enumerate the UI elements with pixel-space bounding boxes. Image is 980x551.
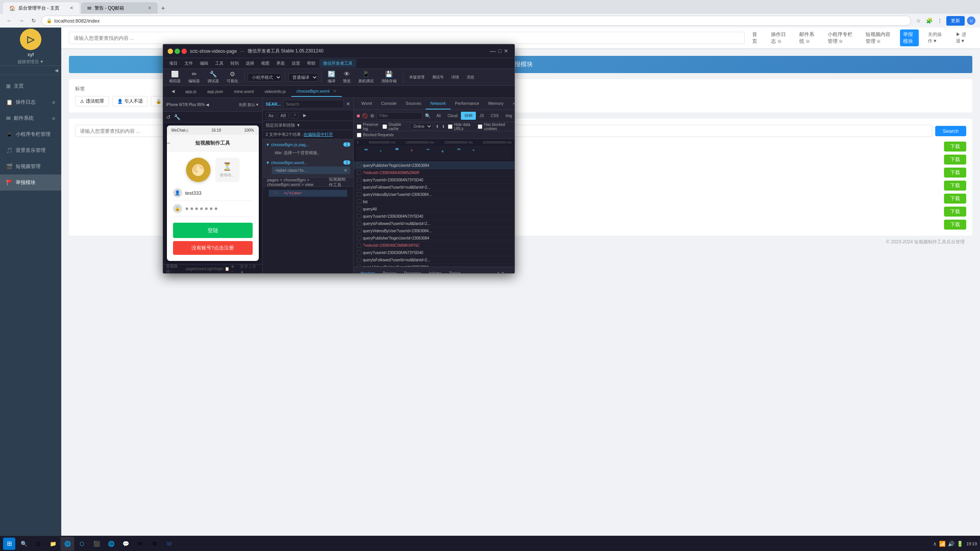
filter-expand-btn[interactable]: 指定目录和排除 ▼: [266, 122, 301, 128]
menu-help[interactable]: 帮助: [304, 59, 318, 68]
bookmark-button[interactable]: ☆: [914, 16, 923, 25]
net-clear-btn[interactable]: 🚫: [362, 112, 368, 120]
taskbar-start-button[interactable]: ⊞: [3, 538, 15, 550]
net-request-5[interactable]: queryVideosByUser?userId=23063084...: [354, 191, 514, 198]
wxml-search-close[interactable]: ✕: [346, 101, 350, 107]
phone-back-arrow[interactable]: ···: [167, 140, 170, 146]
version-manage-btn[interactable]: 本版管理: [406, 73, 428, 82]
menu-tools[interactable]: 工具: [212, 59, 227, 68]
download-btn-6[interactable]: 下载: [944, 207, 966, 217]
sim-tools-icon[interactable]: 🔧: [174, 114, 180, 120]
hide-data-urls-checkbox[interactable]: [448, 124, 452, 129]
wxml-search-input[interactable]: [283, 100, 344, 108]
wdt-tab-app-json[interactable]: app.json: [202, 87, 229, 97]
devtools-tab-sources[interactable]: Sources: [401, 98, 426, 109]
menu-settings[interactable]: 设置: [289, 59, 303, 68]
net-filter-css[interactable]: CSS: [487, 112, 502, 120]
details-btn[interactable]: 详情: [448, 73, 462, 82]
extension-button[interactable]: 🧩: [925, 16, 933, 25]
menu-edit[interactable]: 编辑: [197, 59, 211, 68]
net-filter-img[interactable]: Img: [502, 112, 514, 120]
settings-button[interactable]: ⋮: [936, 16, 944, 25]
sim-refresh-icon[interactable]: ↺: [166, 114, 171, 120]
sidebar-item-miniapp[interactable]: 📱 小程序专栏管理: [0, 126, 61, 142]
search-word-btn[interactable]: AB: [278, 112, 289, 119]
taskbar-item-edge[interactable]: 🌐: [60, 537, 74, 551]
wdt-title-minimize-icon[interactable]: —: [490, 48, 496, 55]
disable-cache-checkbox[interactable]: [382, 124, 387, 129]
detail-pagination-1[interactable]: 1: [497, 271, 500, 274]
net-request-7[interactable]: queryAll: [354, 205, 514, 213]
wdt-tab-left-arrow[interactable]: ◀: [166, 86, 180, 97]
taskbar-item-search[interactable]: 🔍: [17, 537, 31, 551]
mode-select[interactable]: 小程序模式: [248, 73, 282, 82]
compile-select[interactable]: 普通编译: [288, 73, 318, 82]
net-filter-cloud[interactable]: Cloud: [444, 112, 461, 120]
menu-view[interactable]: 视图: [258, 59, 273, 68]
detail-pagination-prev[interactable]: ‹: [494, 271, 496, 273]
download-btn-7[interactable]: 下载: [944, 220, 966, 230]
debugger-btn[interactable]: 🔧 调试器: [204, 69, 222, 85]
forward-button[interactable]: →: [17, 16, 26, 25]
back-button[interactable]: ←: [5, 16, 14, 25]
net-import-btn[interactable]: ⬆: [436, 124, 439, 129]
clear-storage-btn[interactable]: 💾 清除存储: [378, 69, 400, 85]
tray-icon-up[interactable]: ∧: [933, 541, 937, 547]
net-record-btn[interactable]: [357, 112, 360, 120]
network-filter-input[interactable]: [377, 112, 423, 120]
tab-1-close[interactable]: ✕: [70, 5, 74, 11]
wdt-tab-videoinfo-js[interactable]: videoInfo.js: [259, 87, 291, 97]
devtools-tab-performance[interactable]: Performance: [451, 98, 484, 109]
detail-pagination-next[interactable]: ›: [505, 271, 507, 273]
sidebar-collapse-icon[interactable]: ◀: [55, 68, 58, 73]
net-filter-xhr[interactable]: XHR: [461, 112, 476, 120]
copy-path-icon[interactable]: 📋: [225, 267, 229, 271]
net-request-8[interactable]: query?userId=23063084N73Y5D40: [354, 213, 514, 220]
net-export-btn[interactable]: ⬇: [442, 124, 445, 129]
menu-select[interactable]: 选择: [243, 59, 257, 68]
req-detail-tab-timing[interactable]: Timing: [445, 269, 464, 274]
sidebar-item-short-video[interactable]: 🎬 短视频管理: [0, 158, 61, 174]
menu-file[interactable]: 文件: [181, 59, 196, 68]
sidebar-item-home[interactable]: ⊞ 主页: [0, 78, 61, 94]
net-request-15[interactable]: queryVideosByUser?userId=23063084...: [354, 264, 514, 267]
tab-2[interactable]: ✉ 警告 - QQ邮箱 ✕: [81, 2, 158, 14]
menu-wechat-devtools[interactable]: 微信开发者工具: [319, 59, 356, 68]
wdt-title-restore-icon[interactable]: □: [498, 48, 501, 55]
simulator-btn[interactable]: ⬜ 模拟器: [166, 69, 184, 85]
download-btn-4[interactable]: 下载: [944, 181, 966, 191]
req-detail-tab-initiator[interactable]: Initiator: [425, 269, 445, 274]
tray-icon-battery[interactable]: 🔋: [957, 541, 963, 547]
phone-login-btn[interactable]: 登陆: [173, 223, 253, 238]
taskbar-item-task[interactable]: ⊡: [31, 537, 45, 551]
net-filter-btn[interactable]: ⚙: [370, 112, 374, 120]
refresh-button[interactable]: ↻: [29, 16, 38, 25]
net-request-1[interactable]: queryPublisher?loginUserId=23063084: [354, 162, 514, 169]
menu-interface[interactable]: 界面: [273, 59, 288, 68]
real-device-btn[interactable]: 📱 真机调试: [355, 69, 377, 85]
preserve-log-checkbox[interactable]: [357, 124, 361, 129]
wdt-tab-mine-wxml[interactable]: mine.wxml: [229, 87, 259, 97]
wdt-close-btn[interactable]: [181, 49, 187, 54]
url-bar[interactable]: 🔒 localhost:8082/index: [41, 16, 911, 26]
editor-btn[interactable]: ✏ 编辑器: [185, 69, 203, 85]
wdt-minimize-btn[interactable]: [168, 49, 173, 54]
top-nav-log[interactable]: 操作日志 ⊙: [768, 29, 790, 46]
taskbar-item-wechat[interactable]: 💬: [119, 537, 132, 551]
messages-btn[interactable]: 消息: [464, 73, 477, 82]
req-detail-tab-response[interactable]: Response: [400, 269, 425, 274]
has-blocked-checkbox[interactable]: [478, 124, 482, 129]
req-detail-tab-preview[interactable]: Preview: [379, 269, 400, 274]
devtools-tab-network[interactable]: Network: [426, 98, 450, 109]
net-filter-all[interactable]: All: [433, 112, 444, 120]
wxml-result-file-2[interactable]: ▼ chooseBgm.wxml... 1: [266, 160, 350, 165]
net-request-11[interactable]: queryPublisher?loginUserId=23063084: [354, 235, 514, 242]
taskbar-item-word[interactable]: W: [162, 537, 176, 551]
open-in-editor-link[interactable]: 在编辑器中打开: [304, 132, 333, 137]
tray-icon-network[interactable]: 📶: [939, 541, 946, 547]
net-request-3[interactable]: query?userId=23063084N73Y5D40: [354, 176, 514, 184]
new-tab-button[interactable]: +: [158, 3, 168, 14]
download-btn-1[interactable]: 下载: [944, 142, 966, 152]
wxml-result-item-2[interactable]: <label class='lo... ✕: [272, 166, 350, 174]
wdt-title-close-icon[interactable]: ✕: [504, 48, 508, 55]
